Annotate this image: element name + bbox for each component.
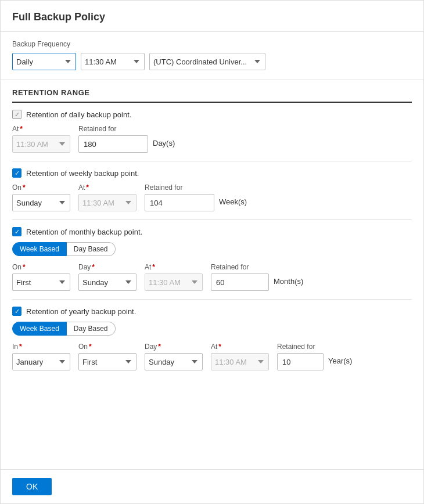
yearly-on-select[interactable]: First Second Third Fourth Last xyxy=(78,353,136,370)
daily-fields-row: At * 11:30 AM Retained for Day(s) xyxy=(12,125,412,153)
yearly-at-group: At * 11:30 AM xyxy=(211,343,269,370)
yearly-retained-label: Retained for xyxy=(277,343,352,351)
weekly-fields-row: On * Sunday Monday Tuesday Wednesday Thu… xyxy=(12,183,412,211)
yearly-in-group: In * January February March April May Ju… xyxy=(12,343,70,370)
monthly-at-group: At * 11:30 AM xyxy=(145,263,203,291)
weekly-checkbox-row: ✓ Retention of weekly backup point. xyxy=(12,168,412,178)
yearly-unit: Year(s) xyxy=(328,357,352,368)
daily-unit: Day(s) xyxy=(153,139,175,150)
frequency-row: Daily Weekly Monthly 11:30 AM 12:00 PM (… xyxy=(12,53,412,70)
yearly-retained-group: Retained for Year(s) xyxy=(277,343,352,370)
yearly-fields-row: In * January February March April May Ju… xyxy=(12,343,412,370)
retention-header: RETENTION RANGE xyxy=(12,80,412,103)
yearly-day-required: * xyxy=(158,343,161,351)
weekly-at-group: At * 11:30 AM xyxy=(78,183,136,211)
weekly-on-group: On * Sunday Monday Tuesday Wednesday Thu… xyxy=(12,183,70,211)
monthly-day-based-toggle[interactable]: Day Based xyxy=(67,242,116,256)
monthly-retention-label: Retention of monthly backup point. xyxy=(26,228,142,236)
monthly-fields-row: On * First Second Third Fourth Last Day xyxy=(12,263,412,291)
daily-checkbox[interactable]: ✓ xyxy=(12,110,21,119)
monthly-checkbox[interactable]: ✓ xyxy=(12,227,21,236)
weekly-checkbox[interactable]: ✓ xyxy=(12,168,21,178)
weekly-on-required: * xyxy=(23,183,26,192)
yearly-in-label: In * xyxy=(12,343,70,351)
monthly-toggle-group: Week Based Day Based xyxy=(12,242,412,256)
monthly-checkbox-row: ✓ Retention of monthly backup point. xyxy=(12,227,412,236)
daily-retained-group: Retained for Day(s) xyxy=(78,125,175,153)
daily-at-group: At * 11:30 AM xyxy=(12,125,70,153)
timezone-select[interactable]: (UTC) Coordinated Univer... (UTC-05:00) … xyxy=(149,53,265,70)
daily-at-required: * xyxy=(20,125,23,133)
retention-range-section: RETENTION RANGE ✓ Retention of daily bac… xyxy=(1,80,423,379)
monthly-unit: Month(s) xyxy=(274,277,303,288)
ok-button[interactable]: OK xyxy=(12,478,52,495)
yearly-in-required: * xyxy=(19,343,22,351)
monthly-day-label: Day * xyxy=(78,263,136,271)
yearly-in-select[interactable]: January February March April May June Ju… xyxy=(12,353,70,370)
monthly-on-label: On * xyxy=(12,263,70,271)
monthly-on-required: * xyxy=(23,263,26,271)
monthly-retention-block: ✓ Retention of monthly backup point. Wee… xyxy=(12,220,412,300)
yearly-checkbox-row: ✓ Retention of yearly backup point. xyxy=(12,307,412,316)
yearly-at-select[interactable]: 11:30 AM xyxy=(211,353,269,370)
yearly-retained-input[interactable] xyxy=(277,353,324,370)
weekly-retained-group: Retained for Week(s) xyxy=(145,183,247,211)
daily-at-select[interactable]: 11:30 AM xyxy=(12,135,70,153)
weekly-on-label: On * xyxy=(12,183,70,192)
monthly-retained-group: Retained for Month(s) xyxy=(211,263,303,291)
daily-retention-label: Retention of daily backup point. xyxy=(26,110,131,119)
backup-frequency-label: Backup Frequency xyxy=(12,40,412,48)
weekly-retained-label: Retained for xyxy=(145,183,247,192)
yearly-on-group: On * First Second Third Fourth Last xyxy=(78,343,136,370)
monthly-retained-label: Retained for xyxy=(211,263,303,271)
yearly-day-label: Day * xyxy=(145,343,203,351)
yearly-retention-block: ✓ Retention of yearly backup point. Week… xyxy=(12,300,412,379)
monthly-at-select[interactable]: 11:30 AM xyxy=(145,273,203,291)
monthly-on-group: On * First Second Third Fourth Last xyxy=(12,263,70,291)
daily-checkbox-row: ✓ Retention of daily backup point. xyxy=(12,110,412,119)
weekly-at-required: * xyxy=(86,183,89,192)
yearly-at-required: * xyxy=(218,343,221,351)
monthly-at-required: * xyxy=(152,263,155,271)
weekly-retained-input[interactable] xyxy=(145,194,214,211)
footer: OK xyxy=(1,469,423,503)
monthly-day-select[interactable]: Sunday Monday Tuesday Wednesday Thursday… xyxy=(78,273,136,291)
yearly-on-label: On * xyxy=(78,343,136,351)
daily-retention-block: ✓ Retention of daily backup point. At * … xyxy=(12,103,412,161)
daily-retained-label: Retained for xyxy=(78,125,175,133)
backup-frequency-section: Backup Frequency Daily Weekly Monthly 11… xyxy=(1,32,423,80)
daily-retained-input[interactable] xyxy=(78,135,148,153)
monthly-on-select[interactable]: First Second Third Fourth Last xyxy=(12,273,70,291)
monthly-week-based-toggle[interactable]: Week Based xyxy=(12,242,67,256)
monthly-day-group: Day * Sunday Monday Tuesday Wednesday Th… xyxy=(78,263,136,291)
yearly-day-select[interactable]: Sunday Monday Tuesday Wednesday Thursday… xyxy=(145,353,203,370)
time-select[interactable]: 11:30 AM 12:00 PM xyxy=(81,53,145,70)
weekly-retention-block: ✓ Retention of weekly backup point. On *… xyxy=(12,161,412,220)
weekly-on-select[interactable]: Sunday Monday Tuesday Wednesday Thursday… xyxy=(12,194,70,211)
weekly-at-select[interactable]: 11:30 AM xyxy=(78,194,136,211)
page-title: Full Backup Policy xyxy=(1,1,423,32)
yearly-toggle-group: Week Based Day Based xyxy=(12,322,412,336)
daily-at-label: At * xyxy=(12,125,70,133)
yearly-retention-label: Retention of yearly backup point. xyxy=(26,307,136,316)
weekly-unit: Week(s) xyxy=(219,197,247,208)
yearly-on-required: * xyxy=(89,343,92,351)
weekly-at-label: At * xyxy=(78,183,136,192)
yearly-checkbox[interactable]: ✓ xyxy=(12,307,21,316)
yearly-at-label: At * xyxy=(211,343,269,351)
yearly-week-based-toggle[interactable]: Week Based xyxy=(12,322,67,336)
frequency-select[interactable]: Daily Weekly Monthly xyxy=(12,53,76,70)
monthly-at-label: At * xyxy=(145,263,203,271)
monthly-retained-input[interactable] xyxy=(211,273,269,291)
yearly-day-based-toggle[interactable]: Day Based xyxy=(67,322,116,336)
monthly-day-required: * xyxy=(92,263,95,271)
yearly-day-group: Day * Sunday Monday Tuesday Wednesday Th… xyxy=(145,343,203,370)
weekly-retention-label: Retention of weekly backup point. xyxy=(26,169,139,178)
